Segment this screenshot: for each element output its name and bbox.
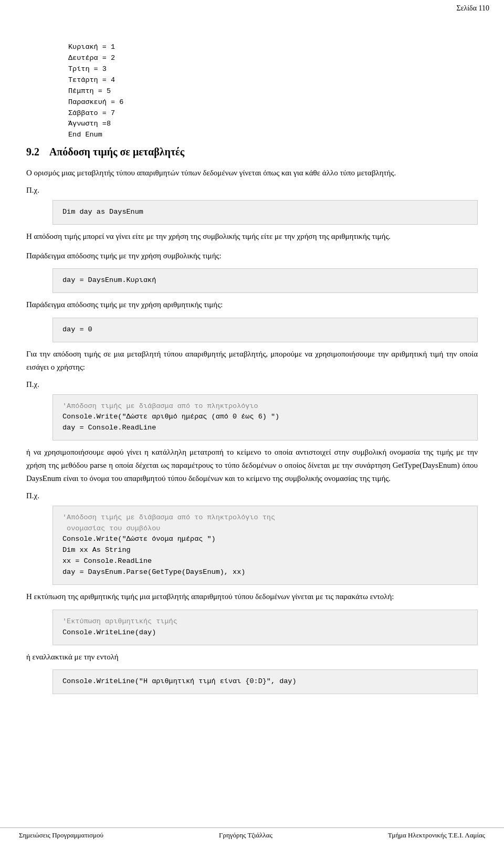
code-block-7: Console.WriteLine("Η αριθμητική τιμή είν… (52, 669, 478, 694)
page-header: Σελίδα 110 (457, 4, 490, 13)
pi-chi-2: Π.χ. (26, 380, 478, 389)
enum-block-top: Κυριακή = 1 Δευτέρα = 2 Τρίτη = 3 Τετάρτ… (68, 42, 478, 141)
code-block-6: 'Εκτύπωση αριθμητικής τιμής Console.Writ… (52, 610, 478, 645)
paragraph-3-label: Παράδειγμα απόδοσης τιμής με την χρήση σ… (26, 249, 478, 263)
page-footer: Σημειώσεις Προγραμματισμού Γρηγόρης Τζιά… (0, 827, 504, 840)
pi-chi-3: Π.χ. (26, 491, 478, 500)
code-block-5: 'Απόδοση τιμής με διάβασμα από το πληκτρ… (52, 506, 478, 585)
section-number: 9.2 (26, 146, 39, 158)
footer-center: Γρηγόρης Τζιάλλας (219, 831, 272, 840)
paragraph-7: Η εκτύπωση της αριθμητικής τιμής μια μετ… (26, 590, 478, 603)
footer-left: Σημειώσεις Προγραμματισμού (19, 831, 103, 840)
section-heading: 9.2 Απόδοση τιμής σε μεταβλητές (26, 146, 478, 158)
pi-chi-1: Π.χ. (26, 186, 478, 195)
code-block-1: Dim day as DaysEnum (52, 200, 478, 225)
paragraph-5: Για την απόδοση τιμής σε μια μεταβλητή τ… (26, 348, 478, 374)
section-title: Απόδοση τιμής σε μεταβλητές (49, 146, 184, 158)
code-block-4: 'Απόδοση τιμής με διάβασμα από το πληκτρ… (52, 394, 478, 441)
main-content: Κυριακή = 1 Δευτέρα = 2 Τρίτη = 3 Τετάρτ… (0, 16, 504, 731)
code-block-3: day = 0 (52, 318, 478, 342)
paragraph-8: ή εναλλακτικά με την εντολή (26, 651, 478, 664)
paragraph-4-label: Παράδειγμα απόδοσης τιμής με την χρήση α… (26, 298, 478, 311)
paragraph-6: ή να χρησιμοποιήσουμε αφού γίνει η κατάλ… (26, 446, 478, 485)
paragraph-2: Η απόδοση τιμής μπορεί να γίνει είτε με … (26, 230, 478, 243)
page-number: Σελίδα 110 (457, 4, 490, 12)
footer-right: Τμήμα Ηλεκτρονικής Τ.Ε.Ι. Λαμίας (388, 831, 485, 840)
paragraph-1: Ο ορισμός μιας μεταβλητής τύπου απαριθμη… (26, 166, 478, 180)
code-block-2: day = DaysEnum.Κυριακή (52, 268, 478, 293)
